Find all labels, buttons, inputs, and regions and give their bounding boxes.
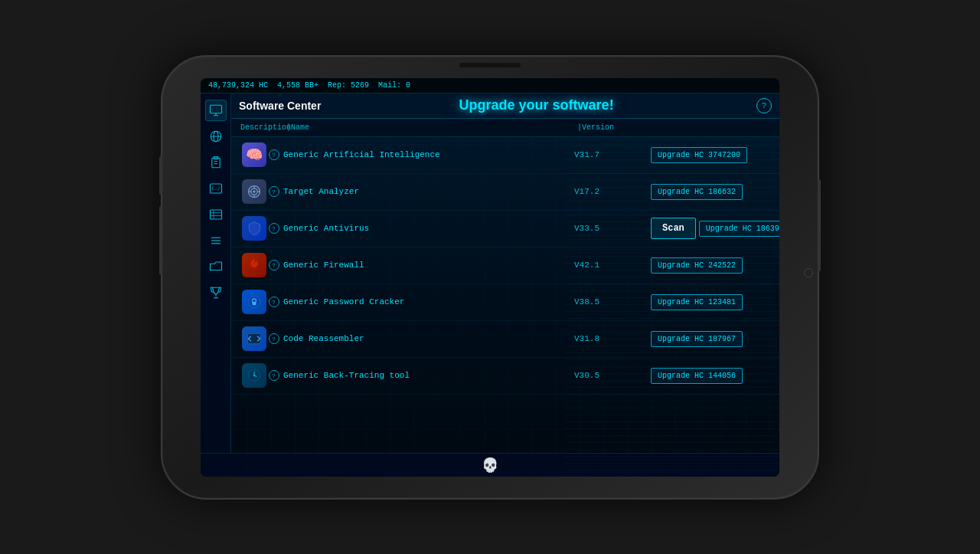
table-row: ? Generic Password Cracker V38.5 Upgrade… bbox=[231, 284, 779, 321]
svg-rect-0 bbox=[210, 105, 221, 113]
name-cell: Generic Password Cracker bbox=[283, 297, 574, 307]
table-header: Description |Name |Version bbox=[231, 119, 779, 137]
name-cell: Generic Artificial Intelligence bbox=[283, 150, 574, 159]
icon-cell: ? bbox=[237, 216, 283, 241]
action-cell-antivirus: Scan Upgrade HC 186397 bbox=[651, 218, 773, 239]
col-header-name: |Name bbox=[283, 122, 574, 133]
screen-area: 48,739,324 HC 4,558 BB+ Rep: 5269 Mail: … bbox=[201, 78, 779, 477]
software-name-code: Code Reassembler bbox=[283, 334, 364, 343]
software-icon-code bbox=[242, 326, 266, 351]
sidebar-item-clipboard[interactable] bbox=[205, 152, 227, 173]
version-cell-antivirus: V33.5 bbox=[574, 224, 651, 233]
name-cell: Generic Back-Tracing tool bbox=[283, 371, 574, 380]
upgrade-button-ai[interactable]: Upgrade HC 3747200 bbox=[651, 147, 747, 163]
info-icon-ai[interactable]: ? bbox=[269, 149, 279, 160]
name-cell: Generic Antivirus bbox=[283, 224, 574, 233]
version-cell-code: V31.8 bbox=[574, 334, 651, 343]
globe-icon bbox=[209, 129, 223, 143]
content-panel: Software Center Upgrade your software! ?… bbox=[231, 93, 779, 453]
software-name-firewall: Generic Firewall bbox=[283, 261, 364, 270]
icon-cell: ? bbox=[237, 253, 283, 277]
action-cell-ai: Upgrade HC 3747200 bbox=[651, 147, 773, 163]
table-row: ? Generic Antivirus V33.5 Scan Upgrade H… bbox=[231, 211, 779, 247]
table-row: 🧠 ? Generic Artificial Intelligence V31.… bbox=[231, 137, 779, 174]
svg-point-23 bbox=[253, 190, 255, 192]
software-name-antivirus: Generic Antivirus bbox=[283, 224, 369, 233]
bottom-bar: 💀 bbox=[201, 453, 779, 477]
software-icon-password bbox=[242, 290, 266, 314]
version-cell-password: V38.5 bbox=[574, 297, 651, 307]
mail-count: Mail: 0 bbox=[378, 81, 410, 90]
upgrade-button-code[interactable]: Upgrade HC 187967 bbox=[651, 331, 743, 347]
info-icon-password[interactable]: ? bbox=[269, 297, 279, 307]
software-list: 🧠 ? Generic Artificial Intelligence V31.… bbox=[231, 137, 779, 453]
icon-cell: ? bbox=[237, 363, 283, 388]
upgrade-button-password[interactable]: Upgrade HC 123481 bbox=[651, 294, 743, 310]
info-icon-antivirus[interactable]: ? bbox=[269, 223, 279, 234]
software-icon-firewall bbox=[242, 253, 266, 277]
list-icon bbox=[209, 234, 223, 247]
software-name-target: Target Analyzer bbox=[283, 187, 359, 196]
svg-rect-30 bbox=[252, 302, 256, 305]
grid-icon bbox=[209, 208, 223, 221]
action-cell-target: Upgrade HC 186632 bbox=[651, 184, 773, 200]
software-icon-trace bbox=[242, 363, 266, 388]
monitor-icon bbox=[209, 103, 223, 117]
camera-lens bbox=[804, 268, 813, 277]
software-name-trace: Generic Back-Tracing tool bbox=[283, 371, 410, 380]
action-cell-trace: Upgrade HC 144056 bbox=[651, 368, 773, 384]
terminal-icon: C:/ bbox=[209, 182, 223, 195]
volume-down-button bbox=[159, 206, 162, 275]
action-cell-firewall: Upgrade HC 242522 bbox=[651, 257, 773, 274]
version-cell-ai: V31.7 bbox=[574, 150, 651, 159]
col-header-description: Description bbox=[237, 122, 283, 133]
upgrade-button-target[interactable]: Upgrade HC 186632 bbox=[651, 184, 743, 200]
table-row: ? Generic Back-Tracing tool V30.5 Upgrad… bbox=[231, 358, 779, 395]
sidebar-item-trophy[interactable] bbox=[205, 282, 227, 303]
info-icon-target[interactable]: ? bbox=[269, 186, 279, 197]
version-cell-trace: V30.5 bbox=[574, 371, 651, 380]
software-icon-antivirus bbox=[242, 216, 266, 241]
table-row: ? Generic Firewall V42.1 Upgrade HC 2425… bbox=[231, 247, 779, 284]
svg-rect-31 bbox=[247, 333, 260, 343]
sidebar-item-grid[interactable] bbox=[205, 204, 227, 225]
upgrade-button-antivirus[interactable]: Upgrade HC 186397 bbox=[699, 221, 779, 237]
svg-point-36 bbox=[253, 375, 255, 377]
icon-cell: ? bbox=[237, 326, 283, 351]
info-icon-code[interactable]: ? bbox=[269, 333, 279, 344]
software-name-password: Generic Password Cracker bbox=[283, 297, 404, 307]
top-notch bbox=[459, 63, 521, 67]
main-content-area: C:/ bbox=[201, 93, 779, 453]
panel-subtitle: Upgrade your software! bbox=[459, 97, 614, 113]
volume-up-button bbox=[159, 156, 162, 195]
status-bar: 48,739,324 HC 4,558 BB+ Rep: 5269 Mail: … bbox=[201, 78, 779, 93]
folder-icon bbox=[209, 260, 223, 274]
rep-value: Rep: 5269 bbox=[328, 81, 369, 90]
info-icon-trace[interactable]: ? bbox=[269, 370, 279, 381]
col-header-version: |Version bbox=[574, 122, 651, 133]
phone-frame: 48,739,324 HC 4,558 BB+ Rep: 5269 Mail: … bbox=[161, 55, 819, 500]
upgrade-button-firewall[interactable]: Upgrade HC 242522 bbox=[651, 257, 743, 274]
sidebar-item-globe[interactable] bbox=[205, 126, 227, 147]
software-icon-ai: 🧠 bbox=[242, 143, 266, 167]
action-cell-code: Upgrade HC 187967 bbox=[651, 331, 773, 347]
sidebar-item-terminal[interactable]: C:/ bbox=[205, 178, 227, 199]
scan-button[interactable]: Scan bbox=[651, 218, 696, 239]
help-button[interactable]: ? bbox=[756, 98, 772, 113]
sidebar-item-monitor[interactable] bbox=[205, 100, 227, 121]
col-header-action bbox=[651, 122, 773, 133]
name-cell: Generic Firewall bbox=[283, 261, 574, 270]
sidebar-item-folder[interactable] bbox=[205, 256, 227, 277]
main-screen: 48,739,324 HC 4,558 BB+ Rep: 5269 Mail: … bbox=[201, 78, 779, 477]
software-icon-target bbox=[242, 179, 266, 204]
upgrade-button-trace[interactable]: Upgrade HC 144056 bbox=[651, 368, 743, 384]
info-icon-firewall[interactable]: ? bbox=[269, 260, 279, 270]
svg-text:C:/: C:/ bbox=[211, 185, 220, 191]
table-row: ? Target Analyzer V17.2 Upgrade HC 18663… bbox=[231, 174, 779, 211]
icon-cell: 🧠 ? bbox=[237, 143, 283, 167]
skull-icon: 💀 bbox=[482, 457, 498, 474]
icon-cell: ? bbox=[237, 179, 283, 204]
trophy-icon bbox=[209, 286, 223, 300]
name-cell: Target Analyzer bbox=[283, 187, 574, 196]
sidebar-item-list[interactable] bbox=[205, 230, 227, 251]
